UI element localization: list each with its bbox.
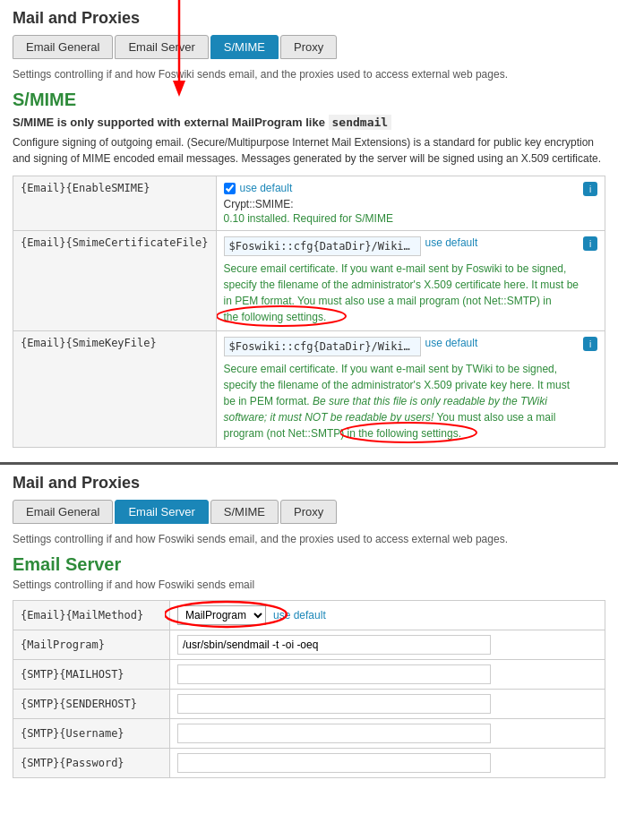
enable-smime-value: use default Crypt::SMIME: 0.10 installed… <box>216 176 605 231</box>
smtp-password-label: {SMTP}{Password} <box>13 749 170 778</box>
enable-smime-checkbox[interactable] <box>224 183 236 194</box>
mail-program-row: {MailProgram} <box>13 630 605 660</box>
key-file-info-icon[interactable]: i <box>583 337 597 351</box>
smtp-password-input[interactable] <box>177 753 491 773</box>
tab-email-general-2[interactable]: Email General <box>13 500 113 524</box>
intro-text-1: Settings controlling if and how Foswiki … <box>13 68 605 81</box>
page-title-1: Mail and Proxies <box>13 9 605 28</box>
section-email-server: Mail and Proxies Email General Email Ser… <box>0 465 618 793</box>
cert-circle-wrap: the following settings. <box>224 309 327 325</box>
cert-file-label: {Email}{SmimeCertificateFile} <box>13 231 217 331</box>
key-file-desc: Secure email certificate. If you want e-… <box>224 361 583 441</box>
smtp-username-value <box>170 719 605 749</box>
intro-text-2: Settings controlling if and how Foswiki … <box>13 533 605 545</box>
cert-file-input[interactable]: $Foswiki::cfg{DataDir}/Wiki_Administrato… <box>224 236 421 256</box>
enable-smime-label: {Email}{EnableSMIME} <box>13 176 217 231</box>
smtp-mailhost-label: {SMTP}{MAILHOST} <box>13 660 170 690</box>
smtp-mailhost-value <box>170 660 605 690</box>
cert-file-info-icon[interactable]: i <box>583 236 597 251</box>
enable-smime-use-default[interactable]: use default <box>240 182 293 194</box>
cert-circle-text: the following settings. <box>224 311 327 323</box>
email-server-table: {Email}{MailMethod} MailProgram Net::SMT… <box>13 600 605 778</box>
cert-file-value: $Foswiki::cfg{DataDir}/Wiki_Administrato… <box>216 231 605 331</box>
smime-warning: S/MIME is only supported with external M… <box>13 116 605 129</box>
tab-smime-2[interactable]: S/MIME <box>210 500 279 524</box>
crypt-installed: 0.10 installed. Required for S/MIME <box>224 212 393 225</box>
key-file-value: $Foswiki::cfg{DataDir}/Wiki_Administrato… <box>216 331 605 448</box>
mail-method-row: {Email}{MailMethod} MailProgram Net::SMT… <box>13 601 605 630</box>
tab-proxy-1[interactable]: Proxy <box>280 35 337 59</box>
smime-settings-table: {Email}{EnableSMIME} use default Crypt::… <box>13 176 605 448</box>
smtp-password-value <box>170 749 605 778</box>
smtp-senderhost-label: {SMTP}{SENDERHOST} <box>13 690 170 719</box>
smime-warning-text: S/MIME is only supported with external M… <box>13 116 325 129</box>
key-file-use-default[interactable]: use default <box>425 337 478 349</box>
key-file-label: {Email}{SmimeKeyFile} <box>13 331 217 448</box>
mail-method-select-wrap: MailProgram Net::SMTP <box>177 605 266 625</box>
key-file-input[interactable]: $Foswiki::cfg{DataDir}/Wiki_Administrato… <box>224 337 421 356</box>
smime-warning-code: sendmail <box>329 115 392 130</box>
section-smime: Mail and Proxies Email General Email Ser… <box>0 0 618 465</box>
mail-program-label: {MailProgram} <box>13 630 170 660</box>
smime-cert-row: {Email}{SmimeCertificateFile} $Foswiki::… <box>13 231 605 331</box>
mail-method-value: MailProgram Net::SMTP use default <box>170 601 605 630</box>
tab-email-server-2[interactable]: Email Server <box>115 500 208 524</box>
mail-method-use-default[interactable]: use default <box>273 609 326 621</box>
tab-proxy-2[interactable]: Proxy <box>280 500 337 524</box>
mail-program-input[interactable] <box>177 635 491 655</box>
smtp-mailhost-input[interactable] <box>177 664 491 684</box>
tab-bar-2: Email General Email Server S/MIME Proxy <box>13 500 605 524</box>
key-circle-wrap: in the following settings. <box>348 425 461 441</box>
smtp-username-input[interactable] <box>177 724 491 743</box>
email-server-heading: Email Server <box>13 554 605 575</box>
page-title-2: Mail and Proxies <box>13 474 605 493</box>
smime-description: Configure signing of outgoing email. (Se… <box>13 134 605 167</box>
cert-file-desc: Secure email certificate. If you want e-… <box>224 261 583 325</box>
smtp-mailhost-row: {SMTP}{MAILHOST} <box>13 660 605 690</box>
smtp-password-row: {SMTP}{Password} <box>13 749 605 778</box>
mail-method-select[interactable]: MailProgram Net::SMTP <box>177 605 266 625</box>
smtp-senderhost-value <box>170 690 605 719</box>
key-circle-text: in the following settings. <box>348 427 461 440</box>
enable-smime-info-icon[interactable]: i <box>583 182 597 196</box>
smime-enable-row: {Email}{EnableSMIME} use default Crypt::… <box>13 176 605 231</box>
tab-email-server-1[interactable]: Email Server <box>115 35 208 59</box>
tab-bar-1: Email General Email Server S/MIME Proxy <box>13 35 605 59</box>
smime-key-row: {Email}{SmimeKeyFile} $Foswiki::cfg{Data… <box>13 331 605 448</box>
mail-program-value <box>170 630 605 660</box>
cert-file-use-default[interactable]: use default <box>425 236 478 249</box>
smtp-username-row: {SMTP}{Username} <box>13 719 605 749</box>
smime-heading: S/MIME <box>13 90 605 110</box>
mail-method-label: {Email}{MailMethod} <box>13 601 170 630</box>
tab-email-general-1[interactable]: Email General <box>13 35 113 59</box>
email-server-sub-desc: Settings controlling if and how Foswiki … <box>13 579 605 591</box>
smtp-senderhost-input[interactable] <box>177 694 491 714</box>
smtp-senderhost-row: {SMTP}{SENDERHOST} <box>13 690 605 719</box>
tab-smime-1[interactable]: S/MIME <box>210 35 279 59</box>
smtp-username-label: {SMTP}{Username} <box>13 719 170 749</box>
crypt-smime-label: Crypt::SMIME: <box>224 198 393 210</box>
